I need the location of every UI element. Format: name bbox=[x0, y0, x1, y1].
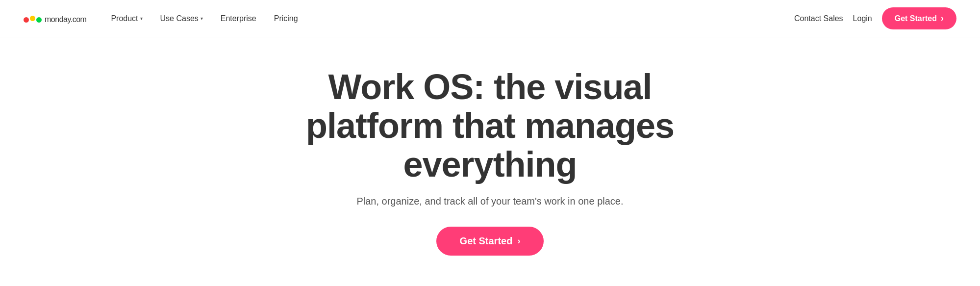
nav-item-enterprise[interactable]: Enterprise bbox=[214, 10, 263, 27]
nav-item-use-cases[interactable]: Use Cases ▾ bbox=[153, 10, 210, 27]
get-started-nav-label: Get Started bbox=[895, 14, 937, 23]
contact-sales-link[interactable]: Contact Sales bbox=[794, 14, 843, 23]
nav-item-product[interactable]: Product ▾ bbox=[104, 10, 149, 27]
hero-section: Work OS: the visual platform that manage… bbox=[0, 37, 980, 286]
nav-items: Product ▾ Use Cases ▾ Enterprise Pricing bbox=[104, 10, 304, 27]
nav-item-enterprise-label: Enterprise bbox=[221, 14, 256, 23]
logo[interactable]: monday.com bbox=[24, 12, 86, 25]
logo-dot-yellow bbox=[30, 16, 35, 21]
chevron-down-icon: ▾ bbox=[140, 16, 143, 21]
logo-dot-red bbox=[24, 17, 29, 23]
hero-subtitle: Plan, organize, and track all of your te… bbox=[356, 196, 623, 207]
get-started-hero-label: Get Started bbox=[460, 235, 513, 247]
nav-item-pricing-label: Pricing bbox=[274, 14, 298, 23]
login-link[interactable]: Login bbox=[853, 14, 872, 23]
logo-suffix: .com bbox=[71, 15, 87, 24]
get-started-nav-button[interactable]: Get Started › bbox=[882, 7, 956, 29]
chevron-down-icon: ▾ bbox=[201, 16, 203, 21]
contact-sales-label: Contact Sales bbox=[794, 14, 843, 23]
nav-item-pricing[interactable]: Pricing bbox=[267, 10, 305, 27]
nav-item-product-label: Product bbox=[111, 14, 138, 23]
logo-dot-green bbox=[36, 17, 42, 23]
logo-text: monday.com bbox=[45, 12, 86, 25]
logo-name: monday bbox=[45, 15, 71, 24]
logo-icon bbox=[24, 16, 42, 21]
navbar-right: Contact Sales Login Get Started › bbox=[794, 7, 956, 29]
navbar: monday.com Product ▾ Use Cases ▾ Enterpr… bbox=[0, 0, 980, 37]
nav-item-use-cases-label: Use Cases bbox=[160, 14, 199, 23]
chevron-right-icon: › bbox=[941, 13, 944, 24]
chevron-right-icon: › bbox=[517, 236, 520, 246]
hero-title: Work OS: the visual platform that manage… bbox=[257, 68, 723, 184]
get-started-hero-button[interactable]: Get Started › bbox=[436, 227, 544, 256]
login-label: Login bbox=[853, 14, 872, 23]
navbar-left: monday.com Product ▾ Use Cases ▾ Enterpr… bbox=[24, 10, 305, 27]
